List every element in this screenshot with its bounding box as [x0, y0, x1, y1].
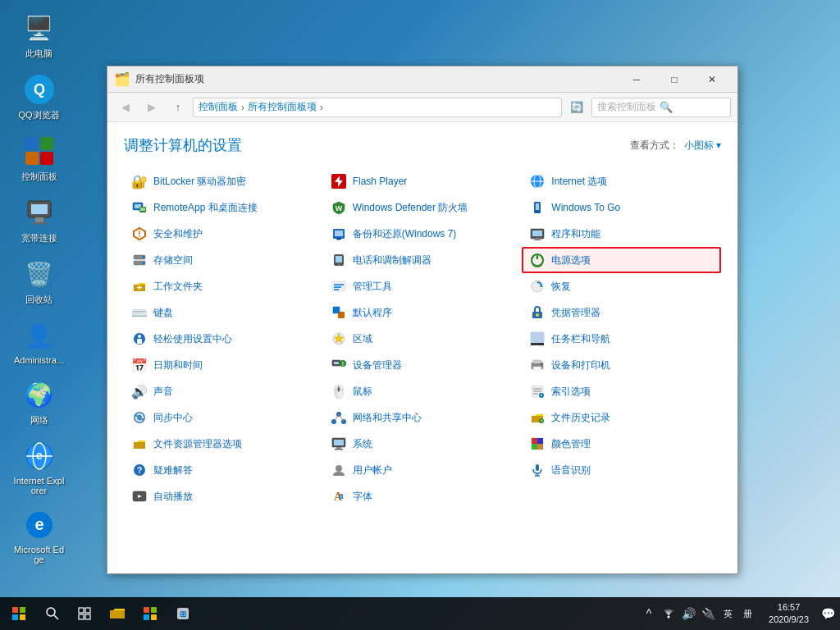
panel-item-security[interactable]: ! 安全和维护 [124, 221, 323, 247]
desktop-icon-network[interactable]: 🌍 网络 [8, 375, 70, 430]
panel-item-remoteapp[interactable]: RemoteApp 和桌面连接 [124, 194, 323, 221]
flash-label: Flash Player [353, 176, 408, 187]
taskbar-cp-button[interactable]: ⊞ [167, 597, 199, 630]
desktop-icon-recycle[interactable]: 🗑️ 回收站 [8, 254, 70, 309]
task-view-button[interactable] [68, 597, 101, 630]
panel-item-datetime[interactable]: 📅 日期和时间 [124, 352, 323, 378]
tray-chevron[interactable]: ^ [641, 605, 657, 622]
panel-item-wintogo[interactable]: Windows To Go [522, 194, 721, 221]
panel-item-backup[interactable]: 备份和还原(Windows 7) [323, 221, 523, 247]
programs-icon [528, 225, 546, 243]
tray-input-method[interactable]: 英 [719, 605, 736, 622]
store-button[interactable] [134, 597, 167, 630]
svg-rect-67 [531, 343, 544, 345]
file-explorer-opts-icon [130, 435, 148, 453]
notification-button[interactable]: 💬 [815, 597, 840, 630]
desktop-icon-control-panel[interactable]: 控制面板 [8, 131, 70, 186]
minimize-button[interactable]: ─ [618, 66, 655, 93]
panel-item-user-accounts[interactable]: 用户帐户 [323, 457, 523, 483]
panel-item-phone[interactable]: 电话和调制解调器 [323, 247, 523, 273]
panel-item-bitlocker[interactable]: 🔐 BitLocker 驱动器加密 [124, 168, 323, 194]
panel-item-storage[interactable]: 存储空间 [124, 247, 323, 273]
breadcrumb-sep-1: › [241, 102, 244, 113]
panel-item-keyboard[interactable]: ⌨️ 键盘 [124, 299, 323, 326]
panel-item-flash[interactable]: Flash Player [323, 168, 523, 194]
panel-item-speech[interactable]: 语音识别 [522, 457, 721, 483]
panel-item-troubleshoot[interactable]: ? 疑难解答 [124, 457, 323, 483]
panel-item-programs[interactable]: 程序和功能 [522, 221, 721, 247]
start-button[interactable] [0, 597, 37, 630]
panel-item-power[interactable]: 电源选项 [522, 247, 721, 273]
breadcrumb-item-1[interactable]: 控制面板 [199, 100, 238, 114]
svg-rect-116 [20, 614, 25, 620]
panel-item-taskbar-nav[interactable]: 任务栏和导航 [522, 326, 721, 352]
breadcrumb-item-2[interactable]: 所有控制面板项 [248, 100, 317, 114]
refresh-button[interactable]: 🔄 [565, 96, 588, 119]
svg-rect-125 [144, 614, 149, 620]
panel-item-defender[interactable]: W Windows Defender 防火墙 [323, 194, 523, 221]
back-button[interactable]: ◀ [114, 96, 137, 119]
desktop-icon-ie[interactable]: e Internet Explorer [8, 436, 70, 499]
svg-line-89 [334, 414, 339, 422]
search-box[interactable]: 搜索控制面板 🔍 [591, 98, 731, 117]
svg-rect-2 [25, 137, 39, 150]
forward-button[interactable]: ▶ [140, 96, 163, 119]
panel-item-fonts[interactable]: Aa 字体 [323, 483, 523, 509]
panel-item-system[interactable]: 系统 [323, 431, 523, 457]
desktop-icon-broadband[interactable]: 宽带连接 [8, 193, 70, 248]
svg-text:e: e [36, 449, 43, 462]
panel-item-network-sharing[interactable]: 网络和共享中心 [323, 404, 523, 431]
panel-item-sound[interactable]: 🔊 声音 [124, 378, 323, 404]
panel-item-devmgr[interactable]: ! 设备管理器 [323, 352, 523, 378]
mouse-icon: 🖱️ [330, 382, 348, 400]
panel-item-autoplay[interactable]: 自动播放 [124, 483, 323, 509]
nav-bar: ◀ ▶ ↑ 控制面板 › 所有控制面板项 › 🔄 搜索控制面板 🔍 [107, 93, 737, 122]
tray-network[interactable] [660, 605, 677, 622]
address-bar[interactable]: 控制面板 › 所有控制面板项 › [193, 98, 562, 117]
up-button[interactable]: ↑ [167, 96, 189, 119]
panel-item-sync[interactable]: 同步中心 [124, 404, 323, 431]
panel-item-default-progs[interactable]: 默认程序 [323, 299, 523, 326]
panel-item-devices-printers[interactable]: 设备和打印机 [522, 352, 721, 378]
panel-item-file-explorer-opts[interactable]: 文件资源管理器选项 [124, 431, 323, 457]
panel-item-color-mgmt[interactable]: 颜色管理 [522, 431, 721, 457]
panel-item-workfolders[interactable]: 工作文件夹 [124, 273, 323, 299]
tray-ime[interactable]: 册 [739, 605, 756, 622]
desktop: 🖥️ 此电脑 Q QQ浏览器 控制面板 [0, 0, 840, 630]
admin-icon: 👤 [23, 319, 56, 352]
tray-sound[interactable]: 🔊 [680, 605, 696, 622]
desktop-icon-this-pc[interactable]: 🖥️ 此电脑 [8, 8, 70, 63]
svg-text:!: ! [341, 361, 343, 367]
tray-power[interactable]: 🔌 [700, 605, 716, 622]
svg-line-118 [54, 615, 58, 619]
view-dropdown[interactable]: 小图标 ▾ [684, 139, 721, 153]
panel-item-mouse[interactable]: 🖱️ 鼠标 [323, 378, 523, 404]
svg-point-40 [143, 256, 145, 258]
internet-label: Internet 选项 [551, 175, 607, 189]
panel-item-credential[interactable]: 凭据管理器 [522, 299, 721, 326]
panel-item-indexing[interactable]: 索引选项 [522, 378, 721, 404]
maximize-button[interactable]: □ [655, 66, 693, 93]
close-button[interactable]: ✕ [693, 66, 731, 93]
panel-item-region[interactable]: 区域 [323, 326, 523, 352]
svg-text:?: ? [137, 465, 143, 475]
panel-item-recovery[interactable]: 恢复 [522, 273, 721, 299]
desktop-icon-qq[interactable]: Q QQ浏览器 [8, 70, 70, 125]
ie-label: Internet Explorer [11, 476, 66, 495]
panel-item-file-history[interactable]: 文件历史记录 [522, 404, 721, 431]
svg-rect-62 [137, 339, 142, 344]
svg-text:!: ! [138, 230, 140, 239]
clock[interactable]: 16:57 2020/9/23 [762, 601, 815, 627]
panel-item-ease[interactable]: 轻松使用设置中心 [124, 326, 323, 352]
file-explorer-button[interactable] [101, 597, 134, 630]
panel-item-internet[interactable]: Internet 选项 [522, 168, 721, 194]
svg-rect-32 [335, 231, 343, 236]
desktop-icon-admin[interactable]: 👤 Administra... [8, 316, 70, 368]
taskbar-search-button[interactable] [37, 597, 68, 630]
view-options: 查看方式： 小图标 ▾ [630, 139, 721, 153]
user-accounts-label: 用户帐户 [353, 463, 392, 477]
panel-item-admintools[interactable]: 管理工具 [323, 273, 523, 299]
desktop-icon-edge[interactable]: e Microsoft Edge [8, 505, 70, 568]
svg-text:Q: Q [33, 81, 44, 98]
network-icon: 🌍 [23, 378, 56, 411]
